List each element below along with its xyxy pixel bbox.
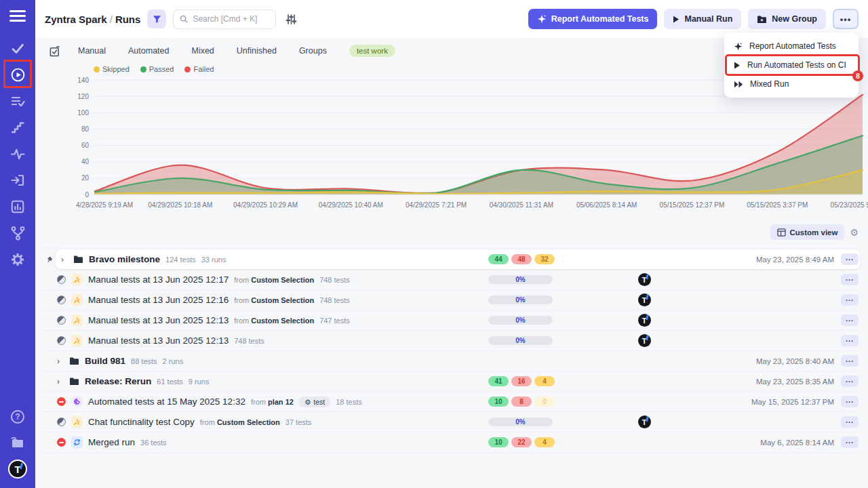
tab-mixed[interactable]: Mixed [191, 46, 214, 56]
row-more-button[interactable]: ... [841, 355, 859, 367]
status-pending-icon [57, 296, 66, 304]
filter-tag-test-work[interactable]: test work [349, 45, 395, 57]
run-title[interactable]: Manual tests at 13 Jun 2025 12:17 [88, 274, 229, 285]
skipped-badge: 0 [534, 396, 555, 407]
passed-badge: 41 [488, 376, 509, 386]
tab-groups[interactable]: Groups [299, 46, 327, 56]
branches-git-icon[interactable] [9, 224, 26, 242]
run-title[interactable]: Manual tests at 13 Jun 2025 12:13 [88, 336, 229, 346]
more-actions-button[interactable]: ••• [833, 9, 859, 29]
search-input[interactable] [193, 14, 267, 24]
breadcrumb: Zyntra Spark/Runs [45, 14, 140, 25]
menu-item-report-automated-tests[interactable]: Report Automated Tests [724, 37, 859, 56]
new-group-button[interactable]: New Group [748, 9, 826, 29]
table-row-run[interactable]: Chat functinality test Copy from Custom … [43, 412, 860, 432]
menu-item-mixed-run[interactable]: Mixed Run [724, 75, 859, 94]
menu-item-run-automated-tests-on-ci[interactable]: Run Automated Tests on CI [724, 56, 859, 75]
custom-view-button[interactable]: Custom view [770, 224, 845, 240]
row-more-button[interactable]: ... [841, 416, 859, 428]
chevron-right-icon[interactable]: › [57, 377, 64, 386]
manual-run-confetti-icon [71, 274, 83, 285]
runs-play-circle-icon[interactable] [9, 66, 26, 83]
table-view-icon [777, 228, 786, 237]
table-row-run[interactable]: Manual tests at 13 Jun 2025 12:13 748 te… [43, 331, 860, 351]
manual-run-button[interactable]: Manual Run [664, 9, 741, 29]
run-title[interactable]: Manual tests at 13 Jun 2025 12:16 [88, 295, 229, 305]
milestones-stairs-icon[interactable] [9, 119, 26, 136]
row-more-button[interactable]: ... [841, 253, 859, 265]
run-title[interactable]: Automated tests at 15 May 2025 12:32 [88, 396, 245, 407]
row-more-button[interactable]: ... [841, 436, 859, 448]
group-title[interactable]: Bravo milestone [89, 254, 160, 264]
table-row-run[interactable]: Manual tests at 13 Jun 2025 12:16 from C… [43, 290, 860, 310]
table-row-group-release-rerun[interactable]: › Release: Rerun 61 tests 9 runs 41 16 4… [43, 371, 860, 392]
assignee-avatar[interactable]: T [638, 273, 651, 286]
result-badges: 41 16 4 [488, 376, 555, 386]
row-more-button[interactable]: ... [841, 274, 859, 285]
breadcrumb-project[interactable]: Zyntra Spark [45, 14, 107, 25]
row-more-button[interactable]: ... [841, 335, 859, 346]
row-more-button[interactable]: ... [841, 396, 859, 407]
folder-plus-icon [757, 15, 767, 24]
run-title[interactable]: Manual tests at 13 Jun 2025 12:13 [88, 315, 229, 325]
view-settings-gear-icon[interactable]: ⚙ [850, 228, 859, 237]
filter-sliders-icon[interactable] [283, 11, 299, 27]
row-more-button[interactable]: ... [841, 314, 859, 326]
tab-automated[interactable]: Automated [128, 46, 169, 56]
chevron-right-icon[interactable]: › [61, 255, 68, 264]
assignee-avatar[interactable]: T [638, 415, 651, 428]
sparkle-bot-icon [734, 42, 743, 51]
group-title[interactable]: Build 981 [85, 356, 125, 366]
tests-check-icon[interactable] [9, 39, 26, 57]
tab-unfinished[interactable]: Unfinished [237, 46, 277, 56]
user-avatar[interactable]: T [8, 460, 27, 479]
filter-button[interactable] [147, 9, 166, 28]
help-icon[interactable]: ? [9, 408, 26, 426]
settings-gear-icon[interactable] [9, 251, 26, 268]
run-title[interactable]: Merged run [88, 437, 135, 447]
group-runs-count: 33 runs [201, 256, 226, 264]
run-title[interactable]: Chat functinality test Copy [88, 417, 195, 427]
select-runs-icon[interactable] [49, 45, 60, 57]
tab-manual[interactable]: Manual [78, 46, 106, 56]
run-tests-count: 748 tests [234, 337, 264, 345]
chevron-right-icon[interactable]: › [57, 357, 64, 366]
reports-bar-chart-icon[interactable] [9, 198, 26, 216]
table-row-run[interactable]: Manual tests at 13 Jun 2025 12:17 from C… [43, 270, 860, 290]
table-row-run[interactable]: Manual tests at 13 Jun 2025 12:13 from C… [43, 310, 860, 331]
assignee-avatar[interactable]: T [638, 293, 651, 306]
search-box[interactable] [173, 9, 276, 29]
breadcrumb-page: Runs [115, 14, 141, 25]
manual-run-confetti-icon [71, 314, 83, 326]
table-row-group-bravo-milestone[interactable]: › Bravo milestone 124 tests 33 runs 44 4… [56, 249, 860, 269]
status-stopped-icon [57, 438, 66, 447]
failed-badge: 48 [511, 254, 532, 264]
row-more-button[interactable]: ... [841, 375, 859, 387]
sidebar: ? T [0, 0, 35, 488]
analytics-pulse-icon[interactable] [9, 145, 26, 163]
manual-run-confetti-icon [71, 335, 83, 346]
report-automated-tests-button[interactable]: Report Automated Tests [528, 9, 658, 29]
group-title[interactable]: Release: Rerun [85, 376, 151, 386]
group-runs-count: 2 runs [163, 357, 184, 365]
svg-text:04/29/2025 10:29 AM: 04/29/2025 10:29 AM [233, 201, 298, 209]
status-pending-icon [57, 316, 66, 325]
play-icon [673, 16, 679, 23]
import-pull-icon[interactable] [9, 171, 26, 189]
double-play-icon [734, 81, 743, 88]
table-row-group-build-981[interactable]: › Build 981 88 tests 2 runs May 23, 2025… [43, 351, 860, 371]
assignee-avatar[interactable]: T [638, 314, 651, 327]
table-row-run-merged[interactable]: Merged run 36 tests 10 22 4 May 6, 2025 … [43, 432, 860, 453]
assignee-avatar[interactable]: T [638, 334, 651, 347]
table-row-run-automated[interactable]: Automated tests at 15 May 2025 12:32 fro… [43, 392, 860, 412]
hamburger-menu-icon[interactable] [9, 10, 26, 22]
result-badges: 10 8 0 [488, 396, 555, 407]
svg-text:05/15/2025 12:37 PM: 05/15/2025 12:37 PM [660, 201, 725, 209]
run-tests-count: 747 tests [319, 317, 350, 325]
test-plans-list-check-icon[interactable] [9, 92, 26, 110]
folder-icon [73, 255, 83, 264]
group-tests-count: 61 tests [157, 378, 183, 386]
row-more-button[interactable]: ... [841, 294, 859, 306]
env-tag[interactable]: ⚙test [299, 396, 330, 407]
projects-folder-icon[interactable] [9, 434, 26, 451]
